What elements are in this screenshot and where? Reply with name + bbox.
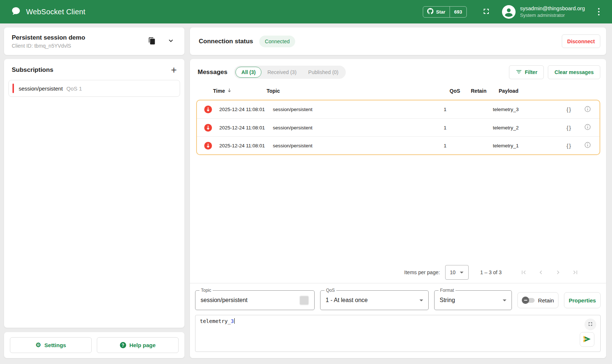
collapse-session-button[interactable] bbox=[167, 37, 175, 46]
chevron-down-icon bbox=[167, 37, 175, 46]
retain-label: Retain bbox=[538, 297, 554, 304]
copy-client-id-button[interactable] bbox=[148, 37, 156, 46]
expand-editor-button[interactable] bbox=[584, 319, 596, 330]
subscription-color-bar bbox=[12, 84, 14, 93]
cell-qos: 1 bbox=[444, 125, 465, 130]
websocket-client-page: WebSocket Client Star 693 bbox=[0, 0, 612, 364]
last-page-icon[interactable] bbox=[572, 269, 579, 276]
plus-icon: + bbox=[171, 65, 177, 76]
github-icon bbox=[427, 8, 433, 15]
cell-time: 2025-12-24 11:08:01 bbox=[219, 143, 273, 148]
connection-status-badge: Connected bbox=[259, 36, 295, 47]
github-star-label: Star bbox=[436, 9, 445, 15]
more-menu-button[interactable] bbox=[595, 7, 602, 16]
filter-icon bbox=[516, 69, 522, 76]
paginator: Items per page: 10 1 – 3 of 3 bbox=[190, 262, 606, 283]
format-select-value: String bbox=[440, 297, 455, 304]
column-topic[interactable]: Topic bbox=[267, 88, 450, 94]
column-payload[interactable]: Payload bbox=[499, 88, 572, 94]
column-retain[interactable]: Retain bbox=[471, 88, 499, 94]
clear-messages-button[interactable]: Clear messages bbox=[548, 65, 600, 79]
table-row[interactable]: 2025-12-24 11:08:01 session/persistent 1… bbox=[197, 118, 600, 136]
cell-topic: session/persistent bbox=[273, 143, 444, 148]
settings-button[interactable]: ⚙ Settings bbox=[10, 337, 92, 353]
fullscreen-icon bbox=[482, 7, 491, 17]
cell-topic: session/persistent bbox=[273, 107, 444, 112]
retain-toggle-off bbox=[522, 297, 535, 304]
table-row[interactable]: 2025-12-24 11:08:01 session/persistent 1… bbox=[197, 136, 600, 154]
app-header: WebSocket Client Star 693 bbox=[0, 0, 612, 23]
messages-tabs: All (3) Received (3) Published (0) bbox=[234, 66, 346, 79]
first-page-icon[interactable] bbox=[520, 269, 527, 276]
gear-icon: ⚙ bbox=[36, 342, 41, 348]
next-page-icon[interactable] bbox=[554, 269, 562, 276]
subscriptions-card: Subscriptions + session/persistent QoS 1 bbox=[4, 59, 184, 328]
cell-payload: telemetry_2 bbox=[493, 125, 567, 130]
help-icon: ? bbox=[120, 342, 126, 348]
retain-toggle-button[interactable]: Retain bbox=[517, 292, 558, 308]
disconnect-button[interactable]: Disconnect bbox=[562, 34, 600, 48]
subscription-item[interactable]: session/persistent QoS 1 bbox=[8, 80, 180, 97]
help-page-button[interactable]: ? Help page bbox=[97, 337, 179, 353]
table-row[interactable]: 2025-12-24 11:08:01 session/persistent 1… bbox=[197, 100, 600, 118]
tab-received[interactable]: Received (3) bbox=[261, 67, 302, 78]
chat-bubble-icon bbox=[11, 6, 21, 18]
session-card: Persistent session demo Client ID: tbmq_… bbox=[4, 27, 184, 55]
column-time[interactable]: Time bbox=[213, 88, 267, 94]
column-qos[interactable]: QoS bbox=[450, 88, 471, 94]
filter-button[interactable]: Filter bbox=[509, 65, 544, 79]
sort-desc-icon bbox=[227, 88, 232, 94]
send-message-button[interactable] bbox=[580, 332, 594, 347]
fullscreen-button[interactable] bbox=[481, 7, 491, 16]
settings-label: Settings bbox=[44, 342, 66, 348]
messages-title: Messages bbox=[198, 69, 227, 76]
session-info: Persistent session demo Client ID: tbmq_… bbox=[12, 34, 85, 49]
tab-all[interactable]: All (3) bbox=[235, 67, 261, 78]
publish-form: Topic session/persistent QoS 1 - At leas… bbox=[195, 290, 601, 310]
cell-qos: 1 bbox=[444, 143, 465, 148]
expand-icon bbox=[587, 321, 593, 328]
format-select-label: Format bbox=[439, 288, 455, 293]
messages-table-header: Time Topic QoS Retain Payload bbox=[190, 82, 606, 99]
user-properties-icon[interactable]: {} bbox=[567, 143, 584, 149]
topic-color-picker[interactable] bbox=[299, 295, 309, 305]
connection-status-title: Connection status bbox=[199, 38, 253, 45]
connection-status-card: Connection status Connected Disconnect bbox=[190, 27, 606, 55]
topic-field[interactable]: Topic session/persistent bbox=[195, 290, 315, 310]
qos-select-label: QoS bbox=[325, 288, 336, 293]
cell-topic: session/persistent bbox=[273, 125, 444, 130]
filter-label: Filter bbox=[525, 69, 537, 75]
user-email: sysadmin@thingsboard.org bbox=[520, 5, 585, 12]
session-client-id: Client ID: tbmq_n5YVdvlS bbox=[12, 43, 85, 49]
received-message-icon bbox=[204, 124, 212, 132]
info-icon[interactable] bbox=[584, 141, 594, 150]
topic-field-value: session/persistent bbox=[201, 297, 248, 304]
qos-select[interactable]: QoS 1 - At least once bbox=[320, 290, 429, 310]
cell-payload: telemetry_3 bbox=[493, 107, 567, 112]
format-select[interactable]: Format String bbox=[434, 290, 512, 310]
page-size-select[interactable]: 10 bbox=[445, 265, 469, 280]
cell-time: 2025-12-24 11:08:01 bbox=[219, 125, 273, 130]
caret-down-icon bbox=[419, 299, 423, 301]
user-menu[interactable]: sysadmin@thingsboard.org System administ… bbox=[502, 5, 585, 19]
copy-icon bbox=[148, 37, 156, 46]
help-label: Help page bbox=[129, 342, 156, 348]
payload-editor[interactable]: telemetry_3 bbox=[195, 315, 601, 352]
tab-published[interactable]: Published (0) bbox=[303, 67, 345, 78]
left-footer-card: ⚙ Settings ? Help page bbox=[4, 332, 184, 358]
subscription-topic: session/persistent bbox=[19, 85, 63, 92]
payload-text: telemetry_ bbox=[200, 318, 231, 324]
user-role: System administrator bbox=[520, 12, 585, 18]
user-properties-icon[interactable]: {} bbox=[567, 106, 584, 113]
add-subscription-button[interactable]: + bbox=[171, 66, 177, 74]
info-icon[interactable] bbox=[584, 106, 594, 114]
previous-page-icon[interactable] bbox=[537, 269, 545, 276]
user-properties-icon[interactable]: {} bbox=[567, 125, 584, 131]
cell-time: 2025-12-24 11:08:01 bbox=[219, 107, 273, 112]
subscriptions-title: Subscriptions bbox=[12, 66, 53, 74]
properties-button[interactable]: Properties bbox=[564, 292, 601, 308]
github-star-button[interactable]: Star 693 bbox=[423, 6, 467, 18]
github-star-count: 693 bbox=[450, 7, 467, 17]
user-info: sysadmin@thingsboard.org System administ… bbox=[520, 5, 585, 18]
info-icon[interactable] bbox=[584, 124, 594, 132]
